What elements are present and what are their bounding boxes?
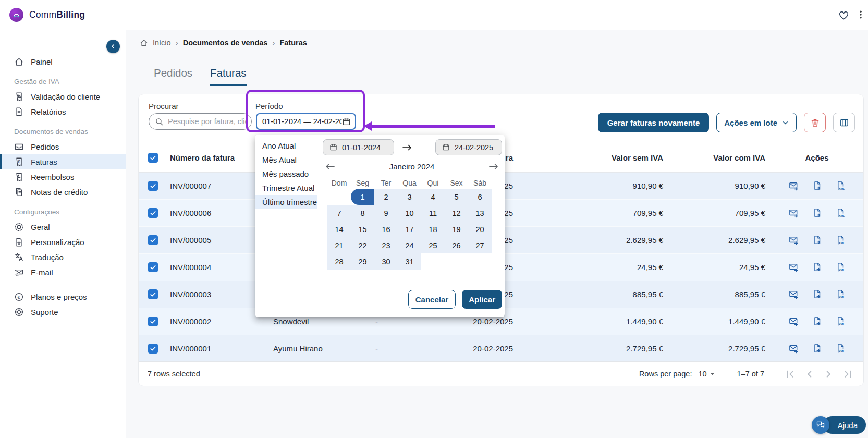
calendar-day[interactable]: 3 [398, 189, 421, 205]
calendar-day[interactable]: 21 [327, 237, 351, 253]
sidebar-item-pedidos[interactable]: Pedidos [0, 139, 126, 154]
sidebar-item-validacao-do-cliente[interactable]: Validação do cliente [0, 89, 126, 104]
calendar-day[interactable]: 24 [398, 237, 421, 253]
sidebar-item-suporte[interactable]: Suporte [0, 305, 126, 320]
calendar-day[interactable]: 30 [374, 253, 398, 270]
calendar-day[interactable]: 14 [327, 221, 351, 237]
row-checkbox[interactable] [148, 235, 158, 245]
cancel-button[interactable]: Cancelar [408, 290, 456, 309]
send-email-button[interactable] [789, 289, 799, 299]
sidebar-collapse-button[interactable] [106, 40, 120, 53]
row-checkbox[interactable] [148, 208, 158, 218]
export-xml-button[interactable]: XML [836, 208, 846, 218]
sidebar-item-traducao[interactable]: Tradução [0, 250, 126, 265]
breadcrumb-item-documentos-de-vendas[interactable]: Documentos de vendas [183, 39, 268, 47]
sidebar-item-geral[interactable]: Geral [0, 220, 126, 235]
period-input[interactable]: 01-01-2024 — 24-02-202 [256, 113, 356, 130]
sidebar-item-planos-e-precos[interactable]: €Planos e preços [0, 289, 126, 305]
row-checkbox[interactable] [148, 262, 158, 272]
bulk-actions-button[interactable]: Ações em lote [716, 113, 797, 132]
export-pdf-button[interactable] [812, 317, 822, 326]
next-month-icon[interactable] [488, 162, 499, 171]
columns-button[interactable] [833, 113, 855, 132]
calendar-day[interactable]: 27 [468, 237, 492, 253]
calendar-day[interactable]: 1 [351, 189, 374, 205]
export-pdf-button[interactable] [812, 262, 822, 272]
apply-button[interactable]: Aplicar [462, 290, 502, 309]
prev-month-icon[interactable] [325, 162, 335, 171]
export-pdf-button[interactable] [812, 344, 822, 354]
next-page-button[interactable] [823, 368, 835, 380]
sidebar-item-personalizacao[interactable]: Personalização [0, 235, 126, 250]
export-xml-button[interactable]: XML [836, 181, 846, 191]
first-page-button[interactable] [784, 368, 796, 380]
calendar-day[interactable]: 7 [327, 205, 351, 221]
sidebar-item-notas-de-credito[interactable]: Notas de crédito [0, 185, 126, 200]
last-page-button[interactable] [842, 368, 854, 380]
calendar-day[interactable]: 29 [351, 253, 374, 270]
chat-icon[interactable] [812, 416, 829, 434]
help-button[interactable]: Ajuda [823, 416, 866, 434]
export-xml-button[interactable]: XML [836, 344, 846, 354]
calendar-day[interactable]: 11 [421, 205, 445, 221]
preset-mes-atual[interactable]: Mês Atual [255, 153, 317, 167]
calendar-day[interactable]: 17 [398, 221, 421, 237]
calendar-day[interactable]: 18 [421, 221, 445, 237]
tab-pedidos[interactable]: Pedidos [154, 67, 192, 86]
row-checkbox[interactable] [148, 181, 158, 191]
calendar-day[interactable]: 13 [468, 205, 492, 221]
calendar-day[interactable]: 25 [421, 237, 445, 253]
rows-per-page-select[interactable]: 10 [698, 370, 715, 378]
calendar-day[interactable]: 19 [445, 221, 468, 237]
calendar-day[interactable]: 4 [421, 189, 445, 205]
preset-ano-atual[interactable]: Ano Atual [255, 139, 317, 153]
calendar-day[interactable]: 9 [374, 205, 398, 221]
calendar-day[interactable]: 8 [351, 205, 374, 221]
send-email-button[interactable] [789, 344, 799, 354]
export-pdf-button[interactable] [812, 289, 822, 299]
tab-faturas[interactable]: Faturas [210, 67, 247, 86]
send-email-button[interactable] [789, 208, 799, 218]
calendar-day[interactable]: 22 [351, 237, 374, 253]
calendar-day[interactable]: 6 [468, 189, 492, 205]
sidebar-item-faturas[interactable]: €Faturas [0, 154, 126, 169]
start-date-chip[interactable]: 01-01-2024 [323, 139, 394, 155]
calendar-day[interactable]: 10 [398, 205, 421, 221]
export-pdf-button[interactable] [812, 208, 822, 218]
sidebar-item-painel[interactable]: Painel [0, 54, 126, 69]
export-xml-button[interactable]: XML [836, 289, 846, 299]
sidebar-item-e-mail[interactable]: E-mail [0, 265, 126, 280]
send-email-button[interactable] [789, 235, 799, 245]
row-checkbox[interactable] [148, 289, 158, 299]
export-xml-button[interactable]: XML [836, 235, 846, 245]
row-checkbox[interactable] [148, 344, 158, 354]
export-pdf-button[interactable] [812, 181, 822, 191]
heart-icon[interactable] [838, 10, 849, 21]
preset-ultimo-trimestre[interactable]: Último trimestre [255, 195, 317, 209]
sidebar-item-relatorios[interactable]: Relatórios [0, 104, 126, 119]
send-email-button[interactable] [789, 262, 799, 272]
calendar-day[interactable]: 31 [398, 253, 421, 270]
delete-button[interactable] [804, 113, 826, 132]
prev-page-button[interactable] [803, 368, 815, 380]
export-xml-button[interactable]: XML [836, 262, 846, 272]
calendar-day[interactable]: 16 [374, 221, 398, 237]
calendar-day[interactable]: 28 [327, 253, 351, 270]
calendar-day[interactable]: 15 [351, 221, 374, 237]
breadcrumb-item-inicio[interactable]: Início [153, 39, 171, 47]
send-email-button[interactable] [789, 317, 799, 326]
send-email-button[interactable] [789, 181, 799, 191]
sidebar-item-reembolsos[interactable]: Reembolsos [0, 169, 126, 185]
calendar-day[interactable]: 2 [374, 189, 398, 205]
breadcrumb-item-faturas[interactable]: Faturas [279, 39, 307, 47]
calendar-day[interactable]: 5 [445, 189, 468, 205]
export-pdf-button[interactable] [812, 235, 822, 245]
preset-mes-passado[interactable]: Mês passado [255, 167, 317, 181]
select-all-checkbox[interactable] [148, 153, 158, 163]
end-date-chip[interactable]: 24-02-2025 [435, 139, 502, 155]
calendar-day[interactable]: 23 [374, 237, 398, 253]
kebab-menu-icon[interactable] [855, 9, 866, 20]
preset-trimestre-atual[interactable]: Trimestre Atual [255, 181, 317, 195]
calendar-day[interactable]: 20 [468, 221, 492, 237]
search-input[interactable] [168, 117, 246, 126]
